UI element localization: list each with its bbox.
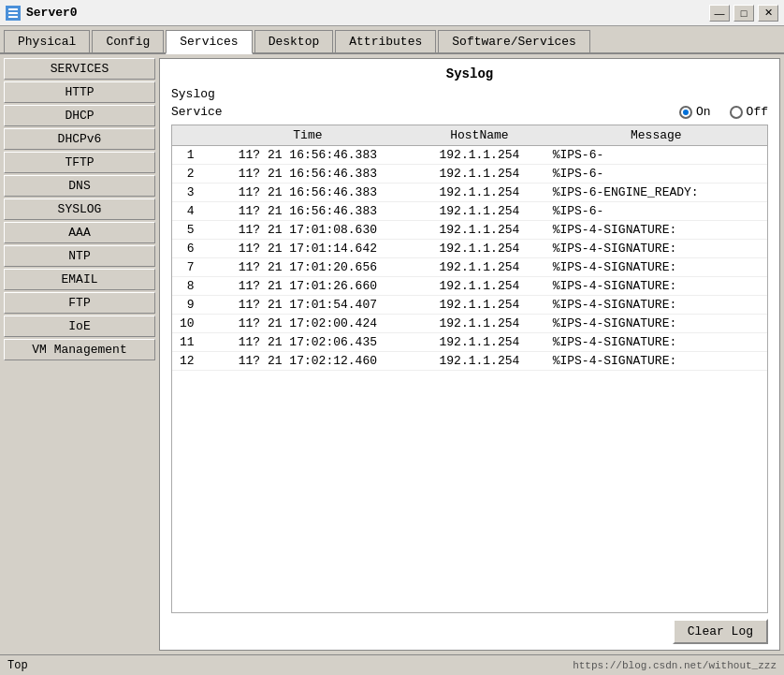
cell-message: %IPS-4-SIGNATURE: [545, 277, 767, 296]
cell-hostname: 192.1.1.254 [414, 315, 544, 333]
sidebar: SERVICES HTTP DHCP DHCPv6 TFTP DNS SYSLO… [0, 54, 159, 654]
table-row: 9 11? 21 17:01:54.407 192.1.1.254 %IPS-4… [172, 296, 767, 315]
cell-num: 12 [172, 352, 202, 371]
svg-rect-2 [8, 12, 18, 14]
radio-on-option[interactable]: On [679, 105, 711, 119]
col-time: Time [202, 125, 414, 146]
cell-num: 6 [172, 240, 202, 258]
cell-message: %IPS-4-SIGNATURE: [545, 333, 767, 352]
table-row: 4 11? 21 16:56:46.383 192.1.1.254 %IPS-6… [172, 202, 767, 221]
sidebar-item-ntp[interactable]: NTP [4, 245, 155, 267]
tab-services[interactable]: Services [166, 30, 252, 54]
tab-config[interactable]: Config [92, 30, 164, 52]
cell-message: %IPS-4-SIGNATURE: [545, 221, 767, 240]
cell-message: %IPS-4-SIGNATURE: [545, 352, 767, 371]
sidebar-item-dns[interactable]: DNS [4, 175, 155, 197]
cell-num: 2 [172, 165, 202, 183]
cell-num: 11 [172, 333, 202, 352]
cell-time: 11? 21 17:02:00.424 [202, 315, 414, 333]
radio-off-option[interactable]: Off [730, 105, 768, 119]
cell-time: 11? 21 17:01:54.407 [202, 296, 414, 315]
main-content: SERVICES HTTP DHCP DHCPv6 TFTP DNS SYSLO… [0, 54, 784, 654]
maximize-button[interactable]: □ [733, 5, 754, 22]
server-icon [6, 6, 21, 21]
status-right: https://blog.csdn.net/without_zzz [573, 660, 777, 671]
col-hostname: HostName [414, 125, 544, 146]
sidebar-item-services[interactable]: SERVICES [4, 58, 155, 80]
status-left: Top [7, 659, 28, 672]
service-row: Service On Off [160, 103, 779, 121]
table-row: 8 11? 21 17:01:26.660 192.1.1.254 %IPS-4… [172, 277, 767, 296]
sidebar-scroll[interactable]: SERVICES HTTP DHCP DHCPv6 TFTP DNS SYSLO… [4, 58, 155, 651]
cell-time: 11? 21 17:01:08.630 [202, 221, 414, 240]
cell-message: %IPS-4-SIGNATURE: [545, 240, 767, 258]
button-area: Clear Log [160, 613, 779, 650]
cell-hostname: 192.1.1.254 [414, 202, 544, 221]
service-label: Service [171, 105, 679, 119]
cell-num: 7 [172, 258, 202, 277]
title-bar: Server0 — □ ✕ [0, 0, 784, 26]
table-header-row: Time HostName Message [172, 125, 767, 146]
table-row: 2 11? 21 16:56:46.383 192.1.1.254 %IPS-6… [172, 165, 767, 183]
clear-log-button[interactable]: Clear Log [673, 619, 768, 644]
log-table: Time HostName Message 1 11? 21 16:56:46.… [172, 125, 767, 371]
cell-hostname: 192.1.1.254 [414, 352, 544, 371]
table-row: 10 11? 21 17:02:00.424 192.1.1.254 %IPS-… [172, 315, 767, 333]
cell-message: %IPS-4-SIGNATURE: [545, 258, 767, 277]
sidebar-item-dhcpv6[interactable]: DHCPv6 [4, 128, 155, 150]
sidebar-item-vm-management[interactable]: VM Management [4, 339, 155, 360]
sidebar-item-tftp[interactable]: TFTP [4, 152, 155, 173]
cell-num: 1 [172, 146, 202, 165]
sidebar-item-syslog[interactable]: SYSLOG [4, 198, 155, 220]
sidebar-item-ftp[interactable]: FTP [4, 292, 155, 314]
sidebar-item-dhcp[interactable]: DHCP [4, 105, 155, 126]
table-row: 3 11? 21 16:56:46.383 192.1.1.254 %IPS-6… [172, 183, 767, 202]
cell-num: 4 [172, 202, 202, 221]
cell-hostname: 192.1.1.254 [414, 296, 544, 315]
cell-message: %IPS-6- [545, 202, 767, 221]
tab-physical[interactable]: Physical [4, 30, 90, 52]
cell-time: 11? 21 16:56:46.383 [202, 202, 414, 221]
cell-time: 11? 21 17:02:06.435 [202, 333, 414, 352]
cell-hostname: 192.1.1.254 [414, 165, 544, 183]
cell-hostname: 192.1.1.254 [414, 183, 544, 202]
cell-message: %IPS-6- [545, 165, 767, 183]
cell-num: 10 [172, 315, 202, 333]
cell-hostname: 192.1.1.254 [414, 221, 544, 240]
status-bar: Top https://blog.csdn.net/without_zzz [0, 654, 784, 675]
col-message: Message [545, 125, 767, 146]
cell-message: %IPS-4-SIGNATURE: [545, 296, 767, 315]
cell-num: 9 [172, 296, 202, 315]
radio-off-circle [730, 106, 743, 119]
cell-message: %IPS-6-ENGINE_READY: [545, 183, 767, 202]
table-row: 12 11? 21 17:02:12.460 192.1.1.254 %IPS-… [172, 352, 767, 371]
tab-software-services[interactable]: Software/Services [438, 30, 590, 52]
cell-num: 5 [172, 221, 202, 240]
close-button[interactable]: ✕ [758, 5, 778, 22]
svg-rect-1 [8, 8, 18, 10]
cell-num: 8 [172, 277, 202, 296]
minimize-button[interactable]: — [709, 5, 730, 22]
sidebar-item-email[interactable]: EMAIL [4, 269, 155, 290]
col-num [172, 125, 202, 146]
svg-rect-3 [8, 16, 18, 18]
cell-time: 11? 21 17:01:14.642 [202, 240, 414, 258]
cell-time: 11? 21 16:56:46.383 [202, 183, 414, 202]
radio-off-label: Off [747, 105, 768, 119]
tab-desktop[interactable]: Desktop [254, 30, 334, 52]
sidebar-item-aaa[interactable]: AAA [4, 222, 155, 243]
content-title: Syslog [160, 59, 779, 85]
table-row: 7 11? 21 17:01:20.656 192.1.1.254 %IPS-4… [172, 258, 767, 277]
cell-message: %IPS-4-SIGNATURE: [545, 315, 767, 333]
log-table-container[interactable]: Time HostName Message 1 11? 21 16:56:46.… [171, 125, 768, 613]
sidebar-item-ioe[interactable]: IoE [4, 315, 155, 337]
cell-hostname: 192.1.1.254 [414, 146, 544, 165]
cell-time: 11? 21 17:01:26.660 [202, 277, 414, 296]
table-row: 5 11? 21 17:01:08.630 192.1.1.254 %IPS-4… [172, 221, 767, 240]
sidebar-item-http[interactable]: HTTP [4, 81, 155, 103]
table-row: 6 11? 21 17:01:14.642 192.1.1.254 %IPS-4… [172, 240, 767, 258]
cell-hostname: 192.1.1.254 [414, 258, 544, 277]
tab-attributes[interactable]: Attributes [335, 30, 436, 52]
radio-on-circle [679, 106, 692, 119]
window-controls: — □ ✕ [709, 5, 778, 22]
